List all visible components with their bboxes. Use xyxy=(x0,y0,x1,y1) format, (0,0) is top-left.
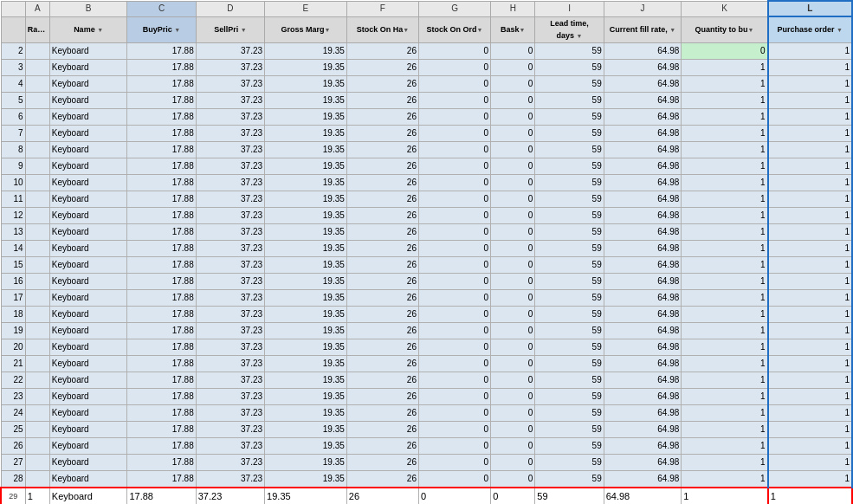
cell-l[interactable]: 1 xyxy=(768,141,852,158)
col-letter-k[interactable]: K xyxy=(682,1,768,16)
cell-g[interactable]: 0 xyxy=(418,141,490,158)
cell-a[interactable] xyxy=(25,256,49,273)
cell-b[interactable]: Keyboard xyxy=(49,437,127,454)
cell-g[interactable]: 0 xyxy=(418,223,490,240)
cell-f[interactable]: 26 xyxy=(346,273,418,289)
cell-b[interactable]: Keyboard xyxy=(49,273,127,289)
cell-g[interactable]: 0 xyxy=(418,256,490,273)
cell-k[interactable]: 1 xyxy=(682,158,768,174)
cell-b[interactable]: Keyboard xyxy=(49,108,127,125)
cell-i[interactable]: 59 xyxy=(535,322,604,339)
cell-e[interactable]: 19.35 xyxy=(265,75,347,92)
cell-f[interactable]: 26 xyxy=(346,454,418,470)
cell-g[interactable]: 0 xyxy=(418,240,490,256)
cell-g[interactable]: 0 xyxy=(418,306,490,322)
cell-f[interactable]: 26 xyxy=(346,404,418,421)
cell-i[interactable]: 59 xyxy=(535,470,604,488)
cell-c[interactable]: 17.88 xyxy=(127,191,196,207)
cell-j[interactable]: 64.98 xyxy=(604,437,682,454)
header-ran[interactable]: Ran ▼ xyxy=(25,16,49,42)
cell-i[interactable]: 59 xyxy=(535,488,604,505)
cell-k[interactable]: 1 xyxy=(682,141,768,158)
cell-a[interactable] xyxy=(25,306,49,322)
cell-g[interactable]: 0 xyxy=(418,174,490,191)
cell-i[interactable]: 59 xyxy=(535,437,604,454)
cell-f[interactable]: 26 xyxy=(346,421,418,437)
cell-a[interactable] xyxy=(25,372,49,388)
cell-a[interactable] xyxy=(25,454,49,470)
cell-i[interactable]: 59 xyxy=(535,141,604,158)
cell-a[interactable] xyxy=(25,174,49,191)
cell-d[interactable]: 37.23 xyxy=(196,59,264,75)
col-letter-a[interactable]: A xyxy=(25,1,49,16)
col-letter-b[interactable]: B xyxy=(49,1,127,16)
cell-a[interactable] xyxy=(25,289,49,306)
cell-f[interactable]: 26 xyxy=(346,372,418,388)
cell-e[interactable]: 19.35 xyxy=(265,470,347,488)
cell-f[interactable]: 26 xyxy=(346,355,418,372)
cell-e[interactable]: 19.35 xyxy=(265,289,347,306)
cell-d[interactable]: 37.23 xyxy=(196,372,264,388)
cell-a[interactable] xyxy=(25,125,49,141)
cell-a[interactable] xyxy=(25,108,49,125)
cell-c[interactable]: 17.88 xyxy=(127,141,196,158)
cell-a[interactable] xyxy=(25,92,49,108)
cell-b[interactable]: Keyboard xyxy=(49,454,127,470)
cell-f[interactable]: 26 xyxy=(346,388,418,404)
cell-f[interactable]: 26 xyxy=(346,339,418,355)
table-row[interactable]: 18Keyboard17.8837.2319.3526005964.9811 xyxy=(1,306,852,322)
cell-j[interactable]: 64.98 xyxy=(604,339,682,355)
cell-c[interactable]: 17.88 xyxy=(127,306,196,322)
cell-j[interactable]: 64.98 xyxy=(604,256,682,273)
cell-h[interactable]: 0 xyxy=(491,454,535,470)
cell-k[interactable]: 1 xyxy=(682,372,768,388)
cell-c[interactable]: 17.88 xyxy=(127,240,196,256)
cell-a[interactable] xyxy=(25,273,49,289)
cell-h[interactable]: 0 xyxy=(491,437,535,454)
cell-h[interactable]: 0 xyxy=(491,240,535,256)
cell-g[interactable]: 0 xyxy=(418,191,490,207)
cell-j[interactable]: 64.98 xyxy=(604,289,682,306)
cell-k[interactable]: 1 xyxy=(682,421,768,437)
cell-k[interactable]: 1 xyxy=(682,59,768,75)
cell-j[interactable]: 64.98 xyxy=(604,223,682,240)
cell-h[interactable]: 0 xyxy=(491,388,535,404)
cell-d[interactable]: 37.23 xyxy=(196,158,264,174)
cell-h[interactable]: 0 xyxy=(491,108,535,125)
table-row[interactable]: 3Keyboard17.8837.2319.3526005964.9811 xyxy=(1,59,852,75)
cell-c[interactable]: 17.88 xyxy=(127,42,196,59)
cell-b[interactable]: Keyboard xyxy=(49,339,127,355)
cell-a[interactable] xyxy=(25,388,49,404)
cell-f[interactable]: 26 xyxy=(346,306,418,322)
table-row[interactable]: 21Keyboard17.8837.2319.3526005964.9811 xyxy=(1,355,852,372)
cell-h[interactable]: 0 xyxy=(491,488,535,505)
table-row[interactable]: 19Keyboard17.8837.2319.3526005964.9811 xyxy=(1,322,852,339)
cell-f[interactable]: 26 xyxy=(346,223,418,240)
cell-a[interactable] xyxy=(25,42,49,59)
cell-l[interactable]: 1 xyxy=(768,256,852,273)
cell-c[interactable]: 17.88 xyxy=(127,488,196,505)
cell-e[interactable]: 19.35 xyxy=(265,42,347,59)
cell-e[interactable]: 19.35 xyxy=(265,372,347,388)
cell-b[interactable]: Keyboard xyxy=(49,421,127,437)
cell-h[interactable]: 0 xyxy=(491,273,535,289)
cell-b[interactable]: Keyboard xyxy=(49,42,127,59)
cell-a[interactable] xyxy=(25,75,49,92)
cell-e[interactable]: 19.35 xyxy=(265,256,347,273)
header-grossmargin[interactable]: Gross Marg▼ xyxy=(265,16,347,42)
cell-g[interactable]: 0 xyxy=(418,108,490,125)
cell-a[interactable] xyxy=(25,158,49,174)
cell-d[interactable]: 37.23 xyxy=(196,141,264,158)
col-letter-f[interactable]: F xyxy=(346,1,418,16)
cell-j[interactable]: 64.98 xyxy=(604,207,682,223)
cell-g[interactable]: 0 xyxy=(418,42,490,59)
cell-j[interactable]: 64.98 xyxy=(604,322,682,339)
cell-h[interactable]: 0 xyxy=(491,404,535,421)
header-stockonorder[interactable]: Stock On Ord▼ xyxy=(418,16,490,42)
table-row[interactable]: 23Keyboard17.8837.2319.3526005964.9811 xyxy=(1,388,852,404)
cell-i[interactable]: 59 xyxy=(535,273,604,289)
cell-e[interactable]: 19.35 xyxy=(265,108,347,125)
cell-h[interactable]: 0 xyxy=(491,174,535,191)
cell-l[interactable]: 1 xyxy=(768,306,852,322)
cell-l[interactable]: 1 xyxy=(768,223,852,240)
